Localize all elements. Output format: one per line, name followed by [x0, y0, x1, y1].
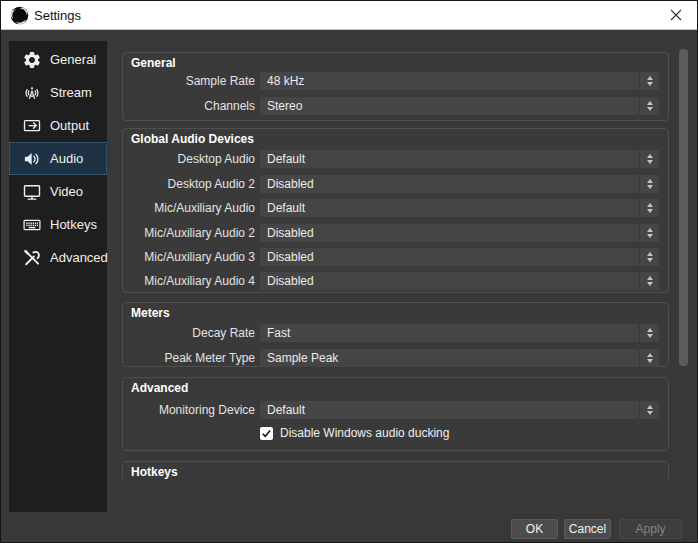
section-general: General Sample Rate 48 kHz Channels Ster… — [122, 52, 669, 121]
spinner-icon — [639, 150, 659, 168]
close-icon[interactable] — [659, 1, 693, 29]
stream-icon — [21, 82, 43, 104]
mic-aux-audio-3-select[interactable]: Disabled — [260, 248, 659, 266]
spinner-icon — [639, 324, 659, 342]
mic-aux-audio-4-select[interactable]: Disabled — [260, 272, 659, 290]
mic-aux-audio-select[interactable]: Default — [260, 199, 659, 217]
monitoring-device-select[interactable]: Default — [260, 401, 659, 419]
spinner-icon — [639, 97, 659, 115]
audio-ducking-checkbox[interactable] — [260, 427, 273, 440]
sidebar-item-video[interactable]: Video — [9, 175, 107, 208]
spinner-icon — [639, 175, 659, 193]
sidebar-item-output[interactable]: Output — [9, 109, 107, 142]
sidebar-label: Output — [50, 118, 89, 133]
sidebar-label: General — [50, 52, 96, 67]
apply-button: Apply — [619, 519, 682, 539]
monitoring-device-label: Monitoring Device — [129, 401, 255, 419]
sidebar-item-hotkeys[interactable]: Hotkeys — [9, 208, 107, 241]
section-title: Hotkeys — [131, 465, 178, 479]
spinner-icon — [639, 272, 659, 290]
settings-window: Settings General — [0, 0, 698, 543]
advanced-icon — [21, 247, 43, 269]
sidebar-item-audio[interactable]: Audio — [9, 142, 107, 175]
cancel-button[interactable]: Cancel — [564, 519, 611, 539]
desktop-audio-2-label: Desktop Audio 2 — [129, 175, 255, 193]
sidebar-label: Stream — [50, 85, 92, 100]
hotkeys-icon — [21, 214, 43, 236]
section-meters: Meters Decay Rate Fast Peak Meter Type S… — [122, 302, 669, 367]
desktop-audio-2-select[interactable]: Disabled — [260, 175, 659, 193]
section-global-audio-devices: Global Audio Devices Desktop Audio Defau… — [122, 128, 669, 293]
mic-aux-audio-2-label: Mic/Auxiliary Audio 2 — [129, 224, 255, 242]
peak-meter-type-select[interactable]: Sample Peak — [260, 349, 659, 367]
sidebar-label: Hotkeys — [50, 217, 97, 232]
channels-select[interactable]: Stereo — [260, 97, 659, 115]
section-advanced: Advanced Monitoring Device Default Disab… — [122, 377, 669, 451]
section-title: Advanced — [131, 381, 188, 395]
audio-ducking-label: Disable Windows audio ducking — [280, 426, 449, 440]
sidebar-item-general[interactable]: General — [9, 43, 107, 76]
combo-value: Fast — [260, 324, 639, 342]
video-icon — [21, 181, 43, 203]
combo-value: Sample Peak — [260, 349, 639, 367]
spinner-icon — [639, 349, 659, 367]
titlebar: Settings — [1, 1, 697, 30]
mic-aux-audio-label: Mic/Auxiliary Audio — [129, 199, 255, 217]
spinner-icon — [639, 72, 659, 90]
mic-aux-audio-3-label: Mic/Auxiliary Audio 3 — [129, 248, 255, 266]
combo-value: Disabled — [260, 272, 639, 290]
combo-value: Disabled — [260, 224, 639, 242]
spinner-icon — [639, 248, 659, 266]
desktop-audio-label: Desktop Audio — [129, 150, 255, 168]
channels-label: Channels — [129, 97, 255, 115]
combo-value: Disabled — [260, 248, 639, 266]
sidebar-item-advanced[interactable]: Advanced — [9, 241, 107, 274]
settings-sidebar: General Stream — [9, 41, 107, 512]
window-title: Settings — [34, 1, 81, 30]
decay-rate-label: Decay Rate — [129, 324, 255, 342]
sample-rate-label: Sample Rate — [129, 72, 255, 90]
sidebar-item-stream[interactable]: Stream — [9, 76, 107, 109]
sidebar-label: Advanced — [50, 250, 108, 265]
gear-icon — [21, 49, 43, 71]
peak-meter-type-label: Peak Meter Type — [129, 349, 255, 367]
ok-button[interactable]: OK — [511, 519, 558, 539]
audio-ducking-checkbox-row: Disable Windows audio ducking — [260, 426, 449, 440]
section-title: General — [131, 56, 176, 70]
decay-rate-select[interactable]: Fast — [260, 324, 659, 342]
combo-value: Disabled — [260, 175, 639, 193]
sidebar-label: Video — [50, 184, 83, 199]
spinner-icon — [639, 199, 659, 217]
sample-rate-select[interactable]: 48 kHz — [260, 72, 659, 90]
combo-value: Default — [260, 150, 639, 168]
mic-aux-audio-2-select[interactable]: Disabled — [260, 224, 659, 242]
output-icon — [21, 115, 43, 137]
scrollbar[interactable] — [677, 41, 690, 479]
mic-aux-audio-4-label: Mic/Auxiliary Audio 4 — [129, 272, 255, 290]
combo-value: Default — [260, 401, 639, 419]
combo-value: Default — [260, 199, 639, 217]
section-title: Meters — [131, 306, 170, 320]
scrollbar-thumb[interactable] — [679, 49, 688, 366]
section-hotkeys: Hotkeys — [122, 461, 669, 479]
combo-value: Stereo — [260, 97, 639, 115]
desktop-audio-select[interactable]: Default — [260, 150, 659, 168]
section-title: Global Audio Devices — [131, 132, 254, 146]
sidebar-label: Audio — [50, 151, 83, 166]
combo-value: 48 kHz — [260, 72, 639, 90]
spinner-icon — [639, 401, 659, 419]
audio-settings-panel: General Sample Rate 48 kHz Channels Ster… — [116, 41, 693, 479]
obs-logo-icon — [10, 6, 29, 25]
spinner-icon — [639, 224, 659, 242]
audio-icon — [21, 148, 43, 170]
